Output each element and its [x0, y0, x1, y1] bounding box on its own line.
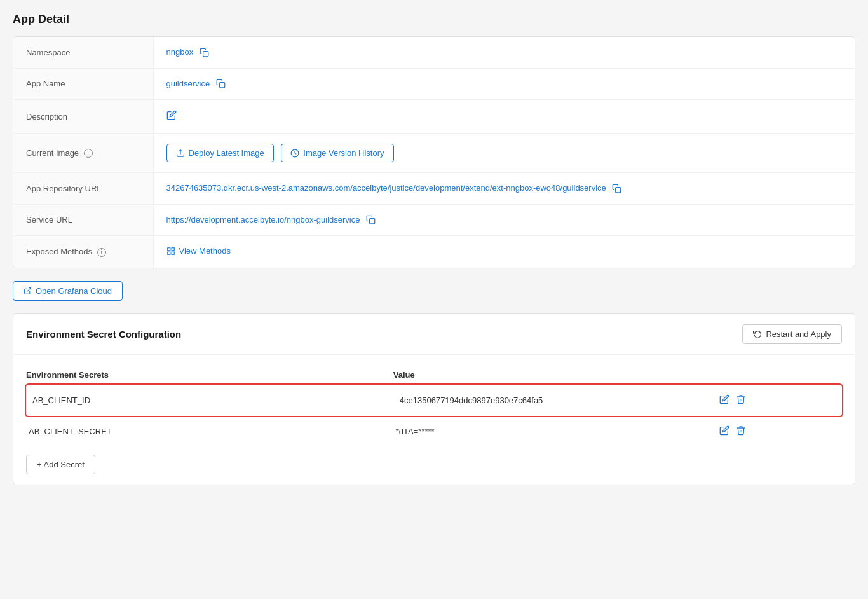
env-key-value: AB_CLIENT_ID: [32, 396, 90, 405]
app-name-copy-icon[interactable]: [216, 79, 226, 89]
env-val-value: 4ce1350677194ddc9897e930e7c64fa5: [400, 396, 543, 405]
app-name-value: guildservice: [166, 79, 210, 88]
svg-rect-6: [167, 248, 170, 251]
detail-table: Namespace nngbox App Name guildservice: [13, 37, 855, 268]
env-config-header: Environment Secret Configuration Restart…: [13, 314, 855, 355]
action-icons: [719, 425, 842, 438]
exposed-methods-row: Exposed Methods i View Methods: [13, 236, 855, 268]
restart-and-apply-button[interactable]: Restart and Apply: [742, 324, 842, 344]
namespace-value-cell: nngbox: [153, 37, 855, 68]
app-name-value-cell: guildservice: [153, 68, 855, 100]
env-edit-icon[interactable]: [719, 394, 729, 407]
open-grafana-label: Open Grafana Cloud: [36, 286, 112, 296]
current-image-row: Current Image i Deploy Latest Image: [13, 134, 855, 173]
env-edit-icon[interactable]: [719, 425, 729, 438]
env-secrets-table: Environment Secrets Value AB_CLIENT_ID4c…: [26, 365, 842, 447]
env-actions-1: [719, 416, 842, 447]
page-title: App Detail: [13, 13, 855, 26]
view-methods-label: View Methods: [179, 246, 231, 256]
namespace-row: Namespace nngbox: [13, 37, 855, 68]
app-name-label: App Name: [13, 68, 153, 100]
svg-rect-8: [172, 252, 174, 254]
env-actions-0: [719, 385, 842, 416]
description-value-cell: [153, 100, 855, 134]
add-secret-button[interactable]: + Add Secret: [26, 455, 95, 474]
svg-line-10: [27, 287, 31, 291]
app-detail-card: Namespace nngbox App Name guildservice: [13, 36, 855, 268]
namespace-value: nngbox: [166, 47, 194, 57]
current-image-info-icon: i: [84, 149, 93, 158]
service-url-copy-icon[interactable]: [366, 215, 376, 225]
description-edit-icon[interactable]: [166, 111, 177, 122]
description-row: Description: [13, 100, 855, 134]
view-methods-button[interactable]: View Methods: [166, 246, 231, 256]
env-table-wrapper: Environment Secrets Value AB_CLIENT_ID4c…: [13, 355, 855, 485]
app-repo-url-value-cell: 342674635073.dkr.ecr.us-west-2.amazonaws…: [153, 173, 855, 205]
env-table-row: AB_CLIENT_SECRET*dTA=*****: [26, 416, 842, 447]
env-key-column-header: Environment Secrets: [26, 365, 393, 385]
env-key-1: AB_CLIENT_SECRET: [26, 416, 393, 447]
app-repo-url-value: 342674635073.dkr.ecr.us-west-2.amazonaws…: [166, 183, 606, 193]
env-table-row: AB_CLIENT_ID4ce1350677194ddc9897e930e7c6…: [26, 385, 842, 416]
env-table-header-row: Environment Secrets Value: [26, 365, 842, 385]
image-history-label: Image Version History: [303, 148, 384, 158]
deploy-latest-image-button[interactable]: Deploy Latest Image: [166, 144, 274, 162]
env-val-value: *dTA=*****: [396, 427, 435, 436]
image-version-history-button[interactable]: Image Version History: [281, 144, 393, 162]
env-secret-config-card: Environment Secret Configuration Restart…: [13, 313, 855, 485]
exposed-methods-value-cell: View Methods: [153, 236, 855, 268]
env-delete-icon[interactable]: [736, 394, 746, 407]
service-url-label: Service URL: [13, 204, 153, 236]
service-url-row: Service URL https://development.accelbyt…: [13, 204, 855, 236]
env-delete-icon[interactable]: [736, 425, 746, 438]
exposed-methods-info-icon: i: [97, 248, 106, 257]
service-url-value-cell: https://development.accelbyte.io/nngbox-…: [153, 204, 855, 236]
app-repo-url-copy-icon[interactable]: [612, 184, 622, 194]
svg-rect-9: [167, 252, 170, 254]
app-repo-url-row: App Repository URL 342674635073.dkr.ecr.…: [13, 173, 855, 205]
svg-rect-4: [616, 187, 621, 192]
restart-btn-label: Restart and Apply: [766, 329, 831, 339]
open-grafana-cloud-button[interactable]: Open Grafana Cloud: [13, 281, 123, 301]
env-actions-column-header: [719, 365, 842, 385]
svg-rect-1: [219, 83, 224, 88]
env-val-0: 4ce1350677194ddc9897e930e7c64fa5: [393, 385, 720, 416]
env-config-title: Environment Secret Configuration: [26, 329, 181, 340]
exposed-methods-label: Exposed Methods i: [13, 236, 153, 268]
app-name-row: App Name guildservice: [13, 68, 855, 100]
namespace-label: Namespace: [13, 37, 153, 68]
env-value-column-header: Value: [393, 365, 720, 385]
description-label: Description: [13, 100, 153, 134]
action-icons: [719, 394, 842, 407]
service-url-value: https://development.accelbyte.io/nngbox-…: [166, 215, 360, 224]
current-image-value-cell: Deploy Latest Image Image Version Histor…: [153, 134, 855, 173]
current-image-label: Current Image i: [13, 134, 153, 173]
env-key-0: AB_CLIENT_ID: [26, 385, 393, 416]
svg-rect-0: [203, 51, 208, 56]
add-secret-label: + Add Secret: [37, 460, 85, 469]
app-repo-url-label: App Repository URL: [13, 173, 153, 205]
deploy-latest-label: Deploy Latest Image: [189, 148, 264, 158]
env-key-value: AB_CLIENT_SECRET: [29, 427, 112, 436]
env-val-1: *dTA=*****: [393, 416, 720, 447]
svg-rect-5: [370, 219, 375, 224]
namespace-copy-icon[interactable]: [200, 48, 210, 58]
svg-rect-7: [172, 248, 174, 251]
